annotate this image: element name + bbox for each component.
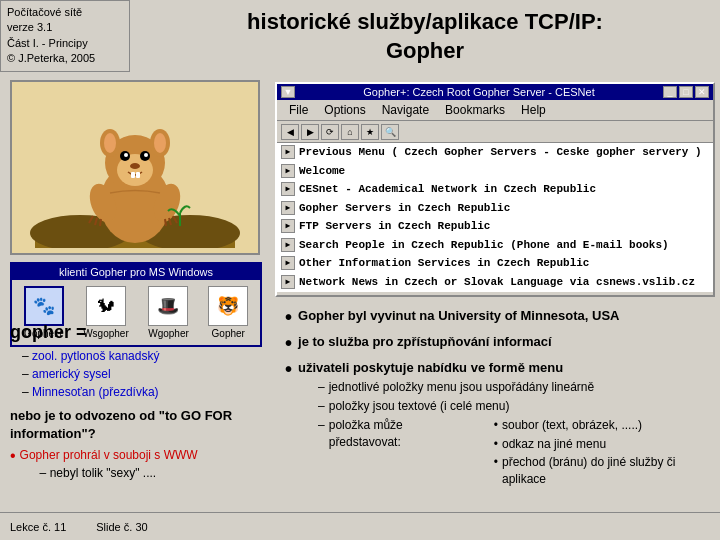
gopher-item-icon-7: ▶ <box>281 275 295 289</box>
info-box: Počítačové sítě verze 3.1 Část I. - Prin… <box>0 0 130 72</box>
gopher-item-icon-5: ▶ <box>281 238 295 252</box>
svg-line-22 <box>100 219 101 226</box>
right-bullet-list: • Gopher byl vyvinut na University of Mi… <box>285 307 710 492</box>
sub-bullet-text-3-1: jednotlivé položky menu jsou uspořádány … <box>329 379 595 396</box>
window-title-text: Gopher+: Czech Root Gopher Server - CESN… <box>295 86 663 98</box>
bullet-dot-3: • <box>285 359 292 379</box>
red-sub-list: nebyl tolik "sexy" .... <box>20 464 198 482</box>
gopher-list-item-2[interactable]: ▶ CESnet - Academical Network in Czech R… <box>277 180 713 199</box>
toolbar-btn-2[interactable]: ▶ <box>301 124 319 140</box>
right-bullet-content-3: uživateli poskytuje nabídku ve formě men… <box>298 359 710 492</box>
sub-sub-1: soubor (text, obrázek, .....) <box>494 417 710 434</box>
bottom-bar: Lekce č. 11 Slide č. 30 <box>0 512 720 540</box>
svg-point-15 <box>104 133 116 153</box>
sub-bullet-3-3: položka může představovat: soubor (text,… <box>318 417 710 490</box>
sub-bullets-3: jednotlivé položky menu jsou uspořádány … <box>298 379 710 490</box>
gopher-item-text-1: Welcome <box>299 163 345 180</box>
svg-point-10 <box>144 153 148 157</box>
bullet-dot-2: • <box>285 333 292 353</box>
window-menu-bar: File Options Navigate Bookmarks Help <box>277 100 713 121</box>
svg-point-17 <box>154 133 166 153</box>
gopher-list-item-6[interactable]: ▶ Other Information Services in Czech Re… <box>277 254 713 273</box>
clients-title-bar: klienti Gopher pro MS Windows <box>12 264 260 280</box>
gopher-drawing <box>25 88 245 248</box>
window-menu-button[interactable]: ▼ <box>281 86 295 98</box>
gopher-item-icon-2: ▶ <box>281 182 295 196</box>
sub-sub-2: odkaz na jiné menu <box>494 436 710 453</box>
sub-bullet-3-2: položky jsou textové (i celé menu) <box>318 398 710 415</box>
right-bullet-2: • je to služba pro zpřístupňování inform… <box>285 333 710 353</box>
sub-sub-3: přechod (bránu) do jiné služby či aplika… <box>494 454 710 488</box>
menu-bookmarks[interactable]: Bookmarks <box>437 102 513 118</box>
gopher-item-icon-4: ▶ <box>281 219 295 233</box>
red-bullet-dot: • <box>10 448 16 464</box>
red-sub-item-1: nebyl tolik "sexy" .... <box>40 464 198 482</box>
gopher-window: ▼ Gopher+: Czech Root Gopher Server - CE… <box>275 82 715 297</box>
bottom-label2: Slide č. 30 <box>96 521 147 533</box>
toolbar-btn-1[interactable]: ◀ <box>281 124 299 140</box>
svg-point-11 <box>130 163 140 169</box>
main-title: historické služby/aplikace TCP/IP: Gophe… <box>140 8 710 65</box>
sub-sub-bullets: soubor (text, obrázek, .....) odkaz na j… <box>474 417 710 490</box>
right-bullet-3: • uživateli poskytuje nabídku ve formě m… <box>285 359 710 492</box>
info-line2: verze 3.1 <box>7 20 123 35</box>
gopher-list-item-8[interactable]: ▶ Gopher Servers All Over the World <box>277 291 713 292</box>
main-title-line2: Gopher <box>140 37 710 66</box>
window-content[interactable]: ▶ Previous Menu ( Czech Gopher Servers -… <box>277 143 713 292</box>
definition-list: zool. pytlonoš kanadský americký sysel M… <box>10 347 262 401</box>
gopher-item-icon-0: ▶ <box>281 145 295 159</box>
gopher-item-icon-6: ▶ <box>281 256 295 270</box>
toolbar-btn-3[interactable]: ⟳ <box>321 124 339 140</box>
window-toolbar: ◀ ▶ ⟳ ⌂ ★ 🔍 <box>277 121 713 143</box>
svg-line-25 <box>165 219 166 226</box>
right-bullet-text-3: uživateli poskytuje nabídku ve formě men… <box>298 360 563 375</box>
gopher-list-item-7[interactable]: ▶ Network News in Czech or Slovak Langua… <box>277 273 713 292</box>
sub-sub-text-3: přechod (bránu) do jiné služby či aplika… <box>502 454 710 488</box>
sub-bullet-text-3-2: položky jsou textové (i celé menu) <box>329 398 510 415</box>
menu-options[interactable]: Options <box>316 102 373 118</box>
sub-sub-text-1: soubor (text, obrázek, .....) <box>502 417 642 434</box>
gopher-item-text-2: CESnet - Academical Network in Czech Rep… <box>299 181 596 198</box>
gopher-list-item-4[interactable]: ▶ FTP Servers in Czech Republic <box>277 217 713 236</box>
bottom-label1: Lekce č. 11 <box>10 521 66 533</box>
window-maximize-button[interactable]: □ <box>679 86 693 98</box>
gopher-list-item-1[interactable]: ▶ Welcome <box>277 162 713 181</box>
gopher-item-text-6: Other Information Services in Czech Repu… <box>299 255 589 272</box>
gopher-image <box>10 80 260 255</box>
toolbar-btn-5[interactable]: ★ <box>361 124 379 140</box>
gopher-list-item-0[interactable]: ▶ Previous Menu ( Czech Gopher Servers -… <box>277 143 713 162</box>
right-bullet-1: • Gopher byl vyvinut na University of Mi… <box>285 307 710 327</box>
gopher-item-icon-1: ▶ <box>281 164 295 178</box>
sub-bullet-3-1: jednotlivé položky menu jsou uspořádány … <box>318 379 710 396</box>
svg-rect-12 <box>131 172 135 178</box>
gopher-item-text-5: Search People in Czech Republic (Phone a… <box>299 237 669 254</box>
def-item-2: americký sysel <box>22 365 262 383</box>
toolbar-btn-4[interactable]: ⌂ <box>341 124 359 140</box>
gopher-list-item-3[interactable]: ▶ Gopher Servers in Czech Republic <box>277 199 713 218</box>
gopher-item-icon-3: ▶ <box>281 201 295 215</box>
menu-help[interactable]: Help <box>513 102 554 118</box>
window-close-button[interactable]: ✕ <box>695 86 709 98</box>
menu-file[interactable]: File <box>281 102 316 118</box>
gopher-list-item-5[interactable]: ▶ Search People in Czech Republic (Phone… <box>277 236 713 255</box>
right-bullet-text-1: Gopher byl vyvinut na University of Minn… <box>298 307 619 325</box>
gopher-item-text-4: FTP Servers in Czech Republic <box>299 218 490 235</box>
right-content: • Gopher byl vyvinut na University of Mi… <box>285 307 710 498</box>
left-content: gopher = zool. pytlonoš kanadský americk… <box>10 322 262 484</box>
svg-point-9 <box>124 153 128 157</box>
odvozeno-text: nebo je to odvozeno od "to GO FOR inform… <box>10 407 262 443</box>
main-title-line1: historické služby/aplikace TCP/IP: <box>140 8 710 37</box>
info-line1: Počítačové sítě <box>7 5 123 20</box>
client-icon-wsgopher: 🐿 <box>86 286 126 326</box>
toolbar-btn-6[interactable]: 🔍 <box>381 124 399 140</box>
info-line4: © J.Peterka, 2005 <box>7 51 123 66</box>
gopher-item-text-7: Network News in Czech or Slovak Language… <box>299 274 695 291</box>
gopher-item-text-3: Gopher Servers in Czech Republic <box>299 200 510 217</box>
window-minimize-button[interactable]: _ <box>663 86 677 98</box>
bullet-dot-1: • <box>285 307 292 327</box>
right-bullet-text-2: je to služba pro zpřístupňování informac… <box>298 333 552 351</box>
menu-navigate[interactable]: Navigate <box>374 102 437 118</box>
window-controls-left[interactable]: ▼ <box>281 86 295 98</box>
window-controls-right[interactable]: _ □ ✕ <box>663 86 709 98</box>
client-icon-gopher-plus: 🐾 <box>24 286 64 326</box>
